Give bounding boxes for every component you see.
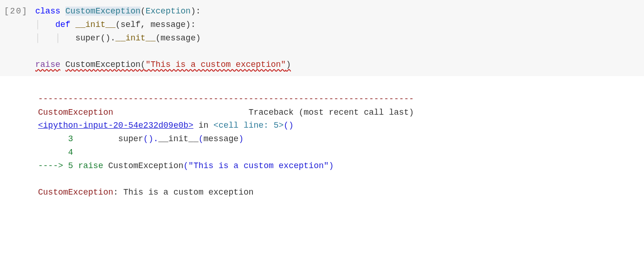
cell-prompt: [20] <box>0 0 30 76</box>
paren: ) <box>238 134 244 144</box>
keyword-class: class <box>35 7 60 16</box>
class-call: CustomException <box>108 161 183 170</box>
super-call: super(). <box>75 33 115 43</box>
raise-keyword: raise <box>78 161 103 170</box>
exception-type: CustomException <box>38 108 113 117</box>
base-class: Exception <box>146 7 191 16</box>
line-number: 4 <box>68 148 73 157</box>
init-call: __init__ <box>116 33 155 43</box>
traceback-link[interactable]: <ipython-input-20-54e232d09e0b> <box>38 121 193 130</box>
code-cell[interactable]: [20] class CustomException(Exception): │… <box>0 0 644 76</box>
paren: ): <box>191 7 201 16</box>
notebook-cell: [20] class CustomException(Exception): │… <box>0 0 644 202</box>
exception-name-final: CustomException <box>38 188 113 197</box>
string-literal: "This is a custom exception" <box>146 60 286 69</box>
traceback-arrow: ----> <box>38 161 68 170</box>
paren: (). <box>143 134 158 144</box>
paren: ) <box>329 161 334 170</box>
code-input[interactable]: class CustomException(Exception): │ def … <box>30 0 644 76</box>
keyword-raise: raise <box>35 60 60 69</box>
cell-output: ----------------------------------------… <box>0 76 644 202</box>
class-name: CustomException <box>65 7 141 16</box>
params: (self, message): <box>116 20 196 29</box>
paren: ( <box>141 7 146 16</box>
traceback-separator: ----------------------------------------… <box>38 94 414 104</box>
exception-call: CustomException <box>65 60 141 69</box>
exception-message: This is a custom exception <box>123 188 254 197</box>
init-ref: __init__ <box>158 134 198 144</box>
arg: message <box>204 134 239 144</box>
line-number: 5 <box>68 161 73 170</box>
colon: : <box>113 188 123 197</box>
args: (message) <box>155 33 200 43</box>
paren: ) <box>286 60 291 69</box>
line-number: 3 <box>68 134 73 144</box>
indent-guide: │ <box>35 20 55 29</box>
paren: () <box>283 121 294 130</box>
paren: ( <box>199 134 204 144</box>
code-text: super <box>118 134 143 144</box>
keyword-def: def <box>55 20 70 29</box>
cell-line-ref: <cell line: 5> <box>213 121 283 130</box>
string-literal: "This is a custom exception" <box>188 161 328 170</box>
in-word: in <box>193 121 213 130</box>
function-name: __init__ <box>75 20 115 29</box>
paren: ( <box>141 60 146 69</box>
indent-guide: │ │ <box>35 33 75 43</box>
paren: ( <box>183 161 188 170</box>
traceback-header: Traceback (most recent call last) <box>249 108 414 117</box>
